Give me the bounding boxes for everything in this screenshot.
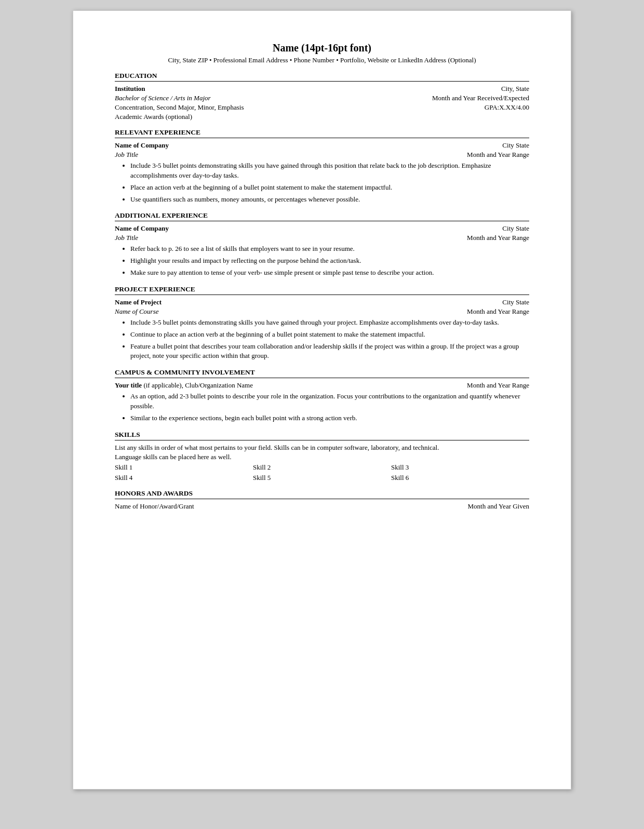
list-item: Continue to place an action verb at the … bbox=[130, 330, 529, 340]
skills-title: SKILLS bbox=[115, 431, 529, 440]
skills-section: SKILLS List any skills in order of what … bbox=[115, 431, 529, 482]
relevant-company-row: Name of Company City State bbox=[115, 141, 529, 150]
honors-title: HONORS AND AWARDS bbox=[115, 489, 529, 499]
project-name: Name of Project bbox=[115, 298, 162, 306]
skill-4: Skill 4 bbox=[115, 474, 253, 482]
list-item: Include 3-5 bullet points demonstrating … bbox=[130, 161, 529, 181]
education-degree-row: Bachelor of Science / Arts in Major Mont… bbox=[115, 94, 529, 102]
relevant-date-range: Month and Year Range bbox=[467, 151, 529, 159]
degree: Bachelor of Science / Arts in Major bbox=[115, 94, 211, 102]
institution-location: City, State bbox=[501, 85, 529, 93]
list-item: Place an action verb at the beginning of… bbox=[130, 183, 529, 193]
project-bullets: Include 3-5 bullet points demonstrating … bbox=[130, 318, 529, 361]
relevant-experience-title: RELEVANT EXPERIENCE bbox=[115, 128, 529, 138]
skill-1: Skill 1 bbox=[115, 463, 253, 472]
skills-description: List any skills in order of what most pe… bbox=[115, 444, 529, 452]
additional-company: Name of Company bbox=[115, 224, 169, 233]
list-item: Feature a bullet point that describes yo… bbox=[130, 342, 529, 362]
skills-grid: Skill 1 Skill 2 Skill 3 Skill 4 Skill 5 … bbox=[115, 463, 529, 482]
gpa: GPA:X.XX/4.00 bbox=[485, 103, 529, 112]
project-experience-title: PROJECT EXPERIENCE bbox=[115, 285, 529, 295]
project-experience-section: PROJECT EXPERIENCE Name of Project City … bbox=[115, 285, 529, 361]
relevant-experience-section: RELEVANT EXPERIENCE Name of Company City… bbox=[115, 128, 529, 204]
campus-title-row: Your title (if applicable), Club/Organiz… bbox=[115, 381, 529, 390]
header: Name (14pt-16pt font) City, State ZIP • … bbox=[115, 42, 529, 64]
list-item: Refer back to p. 26 to see a list of ski… bbox=[130, 244, 529, 254]
additional-bullets: Refer back to p. 26 to see a list of ski… bbox=[130, 244, 529, 278]
project-name-row: Name of Project City State bbox=[115, 298, 529, 306]
list-item: Make sure to pay attention to tense of y… bbox=[130, 268, 529, 278]
academic-awards: Academic Awards (optional) bbox=[115, 113, 529, 121]
resume-page: Name (14pt-16pt font) City, State ZIP • … bbox=[73, 10, 571, 790]
skills-description2: Language skills can be placed here as we… bbox=[115, 453, 529, 461]
honors-row: Name of Honor/Award/Grant Month and Year… bbox=[115, 502, 529, 511]
education-institution-row: Institution City, State bbox=[115, 85, 529, 93]
list-item: Highlight your results and impact by ref… bbox=[130, 256, 529, 266]
relevant-company: Name of Company bbox=[115, 141, 169, 150]
skill-5: Skill 5 bbox=[253, 474, 391, 482]
contact-info: City, State ZIP • Professional Email Add… bbox=[115, 56, 529, 64]
award-name: Name of Honor/Award/Grant bbox=[115, 502, 194, 511]
project-city-state: City State bbox=[502, 298, 529, 306]
skill-3: Skill 3 bbox=[391, 463, 529, 472]
campus-community-title: CAMPUS & COMMUNITY INVOLVEMENT bbox=[115, 368, 529, 378]
project-date-range: Month and Year Range bbox=[467, 307, 529, 316]
honors-section: HONORS AND AWARDS Name of Honor/Award/Gr… bbox=[115, 489, 529, 511]
skill-2: Skill 2 bbox=[253, 463, 391, 472]
additional-experience-title: ADDITIONAL EXPERIENCE bbox=[115, 211, 529, 221]
course-name: Name of Course bbox=[115, 307, 159, 316]
list-item: As an option, add 2-3 bullet points to d… bbox=[130, 392, 529, 411]
education-details-row: Concentration, Second Major, Minor, Emph… bbox=[115, 103, 529, 112]
campus-community-section: CAMPUS & COMMUNITY INVOLVEMENT Your titl… bbox=[115, 368, 529, 423]
education-section: EDUCATION Institution City, State Bachel… bbox=[115, 72, 529, 121]
campus-title-detail: (if applicable), Club/Organization Name bbox=[142, 381, 253, 389]
resume-name: Name (14pt-16pt font) bbox=[115, 42, 529, 54]
education-title: EDUCATION bbox=[115, 72, 529, 82]
additional-job-title: Job Title bbox=[115, 234, 138, 242]
campus-date-range: Month and Year Range bbox=[467, 381, 529, 390]
relevant-jobtitle-row: Job Title Month and Year Range bbox=[115, 151, 529, 159]
skill-6: Skill 6 bbox=[391, 474, 529, 482]
relevant-job-title: Job Title bbox=[115, 151, 138, 159]
relevant-bullets: Include 3-5 bullet points demonstrating … bbox=[130, 161, 529, 204]
campus-title-bold: Your title bbox=[115, 381, 142, 389]
list-item: Use quantifiers such as numbers, money a… bbox=[130, 195, 529, 205]
additional-city-state: City State bbox=[502, 224, 529, 233]
campus-title-text: Your title (if applicable), Club/Organiz… bbox=[115, 381, 253, 390]
project-course-row: Name of Course Month and Year Range bbox=[115, 307, 529, 316]
additional-date-range: Month and Year Range bbox=[467, 234, 529, 242]
list-item: Include 3-5 bullet points demonstrating … bbox=[130, 318, 529, 328]
list-item: Similar to the experience sections, begi… bbox=[130, 413, 529, 423]
additional-jobtitle-row: Job Title Month and Year Range bbox=[115, 234, 529, 242]
award-date: Month and Year Given bbox=[468, 502, 529, 511]
education-concentration: Concentration, Second Major, Minor, Emph… bbox=[115, 103, 244, 112]
relevant-city-state: City State bbox=[502, 141, 529, 150]
additional-company-row: Name of Company City State bbox=[115, 224, 529, 233]
additional-experience-section: ADDITIONAL EXPERIENCE Name of Company Ci… bbox=[115, 211, 529, 278]
campus-bullets: As an option, add 2-3 bullet points to d… bbox=[130, 392, 529, 423]
institution-name: Institution bbox=[115, 85, 145, 93]
degree-date: Month and Year Received/Expected bbox=[432, 94, 529, 102]
